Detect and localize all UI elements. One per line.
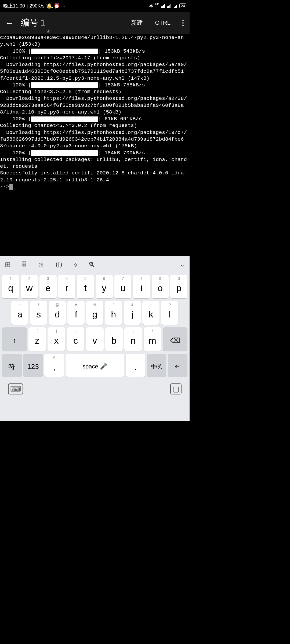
back-button[interactable]: ← [3,18,16,28]
bluetooth-icon: ✱ [149,3,153,9]
term-line: Collecting certifi>=2017.4.17 (from requ… [0,55,190,61]
key-row-4: 符 123 A, space 🎤 . 中/英 ↵ [2,354,187,377]
clipboard-icon[interactable]: ▢ [170,383,182,394]
numeric-key[interactable]: 123 [23,354,43,377]
term-line: Successfully installed certifi-2020.12.5… [0,170,190,184]
more-icon: ··· [61,3,65,9]
mute-icon: 🔔 [46,3,52,9]
term-line: Installing collected packages: urllib3, … [0,156,190,170]
key-y[interactable]: 6y [96,275,113,298]
key-i[interactable]: 8i [133,275,150,298]
key-r[interactable]: 4r [58,275,75,298]
term-line: Downloading https://files.pythonhosted.o… [0,61,190,82]
key-k[interactable]: *k [142,301,160,325]
overflow-menu-button[interactable] [179,20,187,26]
key-x[interactable]: )x [48,327,65,351]
key-p[interactable]: 0p [170,275,187,298]
space-key[interactable]: space 🎤 [66,354,124,377]
hd-label: HD [155,3,159,6]
key-t[interactable]: 5t [77,275,94,298]
key-b[interactable]: :b [105,327,123,351]
ctrl-button[interactable]: CTRL [151,19,174,26]
battery-icon: 24 [179,3,186,8]
period-key[interactable]: . [126,354,145,377]
term-line: c2baa0e268989a4e3ec19e90c84e/urllib3-1.2… [0,34,190,48]
key-u[interactable]: 7u [114,275,132,298]
prompt-line: --> [0,184,190,190]
key-row-1: 1q2w3e4r5t6y7u8i9o0p [2,275,187,298]
progress-line: 100% || 61kB 691kB/s [0,116,190,122]
key-s[interactable]: !s [30,301,47,325]
status-bar: 晚上11:00 | 290K/s 🔔 ⏰ ··· ✱ HD ◢ 24 [0,0,190,12]
alarm-icon: ⏰ [54,3,60,9]
key-f[interactable]: #f [67,301,85,325]
key-n[interactable]: ;n [124,327,142,351]
shift-key[interactable]: ↑ [2,327,27,351]
terminal-cursor [9,184,13,190]
key-w[interactable]: 2w [21,275,38,298]
keyboard-switch-icon[interactable]: ⌨ [8,383,23,394]
key-row-3: ↑ (z)x-c_v:b;n/m ⌫ [2,327,187,351]
key-m[interactable]: /m [144,327,161,351]
key-g[interactable]: %g [86,301,103,325]
language-key[interactable]: 中/英 [147,354,166,377]
app-bar: ← 编号 1 新建 CTRL [0,12,190,34]
progress-line: 100% || 153kB 758kB/s [0,82,190,89]
enter-key[interactable]: ↵ [168,354,187,377]
term-line: Collecting idna<3,>=2.5 (from requests) [0,89,190,95]
search-icon[interactable]: 🔍︎ [88,261,95,269]
status-time: 晚上11:00 [3,3,25,9]
cursor-icon[interactable]: ⟨I⟩ [55,261,63,269]
term-line: Downloading https://files.pythonhosted.o… [0,95,190,116]
collapse-keyboard-icon[interactable]: ⌄ [180,261,185,268]
link-icon[interactable]: ⟐ [73,261,78,269]
progress-line: 100% || 184kB 700kB/s [0,150,190,156]
symbol-key[interactable]: 符 [2,354,22,377]
key-o[interactable]: 9o [152,275,169,298]
key-q[interactable]: 1q [2,275,19,298]
soft-keyboard: ⊞ ⠿ ☺ ⟨I⟩ ⟐ 🔍︎ ⌄ 1q2w3e4r5t6y7u8i9o0p ~a… [0,256,190,421]
key-a[interactable]: ~a [11,301,28,325]
keyboard-bottom-bar: ⌨ ▢ [0,379,190,398]
signal-icon [161,4,165,8]
grid-icon[interactable]: ⊞ [5,261,11,269]
key-e[interactable]: 3e [39,275,57,298]
key-c[interactable]: -c [67,327,85,351]
key-l[interactable]: ?l [161,301,178,325]
key-h[interactable]: 'h [105,301,122,325]
wifi-icon: ◢ [173,3,177,9]
term-line: Collecting chardet<5,>=3.0.2 (from reque… [0,122,190,129]
net-speed: 290K/s [30,3,45,9]
terminal-output[interactable]: c2baa0e268989a4e3ec19e90c84e/urllib3-1.2… [0,34,190,256]
progress-line: 100% || 153kB 543kB/s [0,48,190,55]
new-button[interactable]: 新建 [127,19,147,27]
key-j[interactable]: &j [124,301,141,325]
key-v[interactable]: _v [86,327,104,351]
key-row-2: ~a!s@d#f%g'h&j*k?l [2,301,187,325]
term-line: Downloading https://files.pythonhosted.o… [0,129,190,150]
key-d[interactable]: @d [49,301,66,325]
key-z[interactable]: (z [28,327,46,351]
dots-grid-icon[interactable]: ⠿ [21,261,27,269]
comma-key[interactable]: A, [44,354,64,377]
keyboard-toolbar: ⊞ ⠿ ☺ ⟨I⟩ ⟐ 🔍︎ ⌄ [0,256,190,273]
title-resize-icon [47,29,49,32]
session-title[interactable]: 编号 1 [21,17,122,29]
backspace-key[interactable]: ⌫ [163,327,187,351]
emoji-icon[interactable]: ☺ [37,261,45,269]
signal-icon-2 [167,4,171,8]
